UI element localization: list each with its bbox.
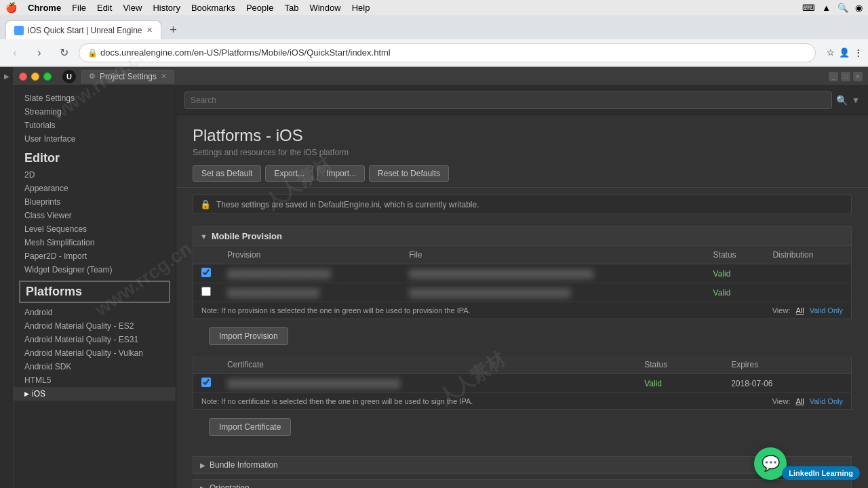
tab-favicon — [14, 26, 24, 35]
search-bar: 🔍 ▼ — [176, 86, 868, 115]
cert-view-all-link[interactable]: All — [795, 397, 804, 405]
blurred-file-1: ████████████████████████████████ — [409, 269, 593, 279]
menu-chrome[interactable]: Chrome — [28, 3, 61, 13]
provision-file-2: ████████████████████████████ — [401, 283, 705, 302]
nav-streaming[interactable]: Streaming — [14, 105, 176, 119]
bluetooth-icon: ⌨ — [802, 3, 815, 13]
set-default-button[interactable]: Set as Default — [193, 165, 261, 182]
minimize-btn[interactable]: _ — [829, 72, 838, 81]
nav-class-viewer[interactable]: Class Viewer — [14, 209, 176, 222]
nav-slate-settings[interactable]: Slate Settings — [14, 92, 176, 105]
ue-logo: U — [62, 70, 76, 83]
nav-user-interface[interactable]: User Interface — [14, 132, 176, 146]
cert-checkbox-1[interactable] — [201, 378, 211, 387]
nav-appearance[interactable]: Appearance — [14, 182, 176, 195]
platforms-section-header: Platforms — [26, 285, 163, 299]
reset-defaults-button[interactable]: Reset to Defaults — [369, 165, 449, 182]
menu-help[interactable]: Help — [352, 3, 370, 13]
search-input[interactable] — [184, 92, 832, 109]
wifi-icon: ▲ — [822, 3, 831, 13]
cert-view-label: View: — [772, 397, 791, 405]
menu-people[interactable]: People — [246, 3, 273, 13]
orientation-header[interactable]: ▶ Orientation — [193, 480, 851, 488]
cert-status-valid-1: Valid — [644, 379, 662, 388]
ue-content: Slate Settings Streaming Tutorials User … — [14, 86, 868, 488]
window-title: Project Settings — [100, 72, 157, 81]
import-button[interactable]: Import... — [317, 165, 365, 182]
col-checkbox — [193, 246, 220, 264]
menu-view[interactable]: View — [123, 3, 142, 13]
nav-android-es31[interactable]: Android Material Quality - ES31 — [14, 333, 176, 346]
info-message: 🔒 These settings are saved in DefaultEng… — [193, 195, 852, 214]
sidebar-toggle[interactable]: ▶ — [0, 67, 14, 488]
siri-icon[interactable]: ◉ — [855, 3, 863, 13]
url-text: docs.unrealengine.com/en-US/Platforms/Mo… — [100, 47, 391, 58]
nav-android-sdk[interactable]: Android SDK — [14, 360, 176, 373]
orientation-label: Orientation — [210, 483, 250, 488]
provision-checkbox-2[interactable] — [201, 287, 211, 296]
close-btn[interactable]: ✕ — [853, 72, 863, 81]
view-all-link[interactable]: All — [795, 306, 804, 314]
nav-html5[interactable]: HTML5 — [14, 373, 176, 387]
menubar-right-icons: ⌨ ▲ 🔍 ◉ — [802, 3, 863, 13]
maximize-window-button[interactable] — [43, 73, 52, 81]
provision-status-1: Valid — [705, 264, 765, 283]
checkbox-cell-2[interactable] — [193, 283, 220, 302]
browser-tab[interactable]: iOS Quick Start | Unreal Engine ✕ — [5, 20, 161, 39]
menu-file[interactable]: File — [72, 3, 86, 13]
back-button[interactable]: ‹ — [5, 43, 24, 62]
more-options-icon[interactable]: ⋮ — [854, 47, 863, 58]
forward-button[interactable]: › — [30, 43, 49, 62]
new-tab-button[interactable]: + — [164, 20, 183, 39]
nav-ios[interactable]: ▶ iOS — [14, 387, 176, 401]
mobile-provision-header[interactable]: ▼ Mobile Provision — [193, 226, 852, 246]
close-window-button[interactable] — [19, 73, 27, 81]
import-provision-button[interactable]: Import Provision — [209, 327, 288, 345]
tab-close-icon[interactable]: ✕ — [161, 72, 167, 81]
window-controls: _ □ ✕ — [829, 72, 863, 81]
user-avatar[interactable]: 👤 — [839, 47, 850, 58]
bookmark-icon[interactable]: ☆ — [827, 47, 835, 58]
nav-level-sequences[interactable]: Level Sequences — [14, 222, 176, 236]
minimize-window-button[interactable] — [31, 73, 39, 81]
nav-2d[interactable]: 2D — [14, 168, 176, 182]
tab-close-button[interactable]: ✕ — [146, 26, 153, 35]
nav-widget-designer[interactable]: Widget Designer (Team) — [14, 263, 176, 277]
url-bar[interactable]: 🔒 docs.unrealengine.com/en-US/Platforms/… — [79, 43, 816, 62]
menu-edit[interactable]: Edit — [97, 3, 112, 13]
cert-view-valid-only-link[interactable]: Valid Only — [810, 397, 843, 405]
search-options-icon[interactable]: ▼ — [852, 96, 860, 105]
page-header: Platforms - iOS Settings and resources f… — [176, 115, 868, 188]
import-provision-container: Import Provision — [201, 322, 844, 350]
provision-checkbox-1[interactable] — [201, 268, 211, 277]
nav-android[interactable]: Android — [14, 306, 176, 319]
nav-android-es2[interactable]: Android Material Quality - ES2 — [14, 319, 176, 333]
provision-view-links: View: All Valid Only — [772, 306, 843, 314]
title-tab[interactable]: ⚙ Project Settings ✕ — [81, 70, 174, 83]
search-menubar-icon[interactable]: 🔍 — [837, 3, 848, 13]
nav-tutorials[interactable]: Tutorials — [14, 119, 176, 132]
bundle-information-header[interactable]: ▶ Bundle Information — [193, 457, 851, 473]
provision-note-row: Note: If no provision is selected the on… — [193, 302, 852, 319]
blurred-file-2: ████████████████████████████ — [409, 288, 570, 298]
nav-android-vulkan[interactable]: Android Material Quality - Vulkan — [14, 346, 176, 360]
menu-bookmarks[interactable]: Bookmarks — [191, 3, 235, 13]
menu-window[interactable]: Window — [309, 3, 340, 13]
provision-name-1: ██████████████████ — [219, 264, 401, 283]
reload-button[interactable]: ↻ — [54, 43, 73, 62]
checkbox-cell-1[interactable] — [193, 264, 220, 283]
restore-btn[interactable]: □ — [841, 72, 850, 81]
menu-tab[interactable]: Tab — [284, 3, 298, 13]
menu-history[interactable]: History — [153, 3, 180, 13]
cert-checkbox-cell-1[interactable] — [193, 374, 220, 393]
nav-blueprints[interactable]: Blueprints — [14, 195, 176, 209]
cert-expires-1: 2018-07-06 — [723, 374, 851, 393]
linkedin-badge[interactable]: LinkedIn Learning — [782, 466, 860, 480]
ue-window: U ⚙ Project Settings ✕ _ □ ✕ Slate Setti… — [14, 67, 868, 488]
import-certificate-button[interactable]: Import Certificate — [209, 418, 291, 436]
nav-mesh-simplification[interactable]: Mesh Simplification — [14, 236, 176, 249]
browser-chrome: iOS Quick Start | Unreal Engine ✕ + ‹ › … — [0, 15, 868, 67]
export-button[interactable]: Export... — [265, 165, 313, 182]
view-valid-only-link[interactable]: Valid Only — [810, 306, 843, 314]
nav-paper2d-import[interactable]: Paper2D - Import — [14, 249, 176, 263]
